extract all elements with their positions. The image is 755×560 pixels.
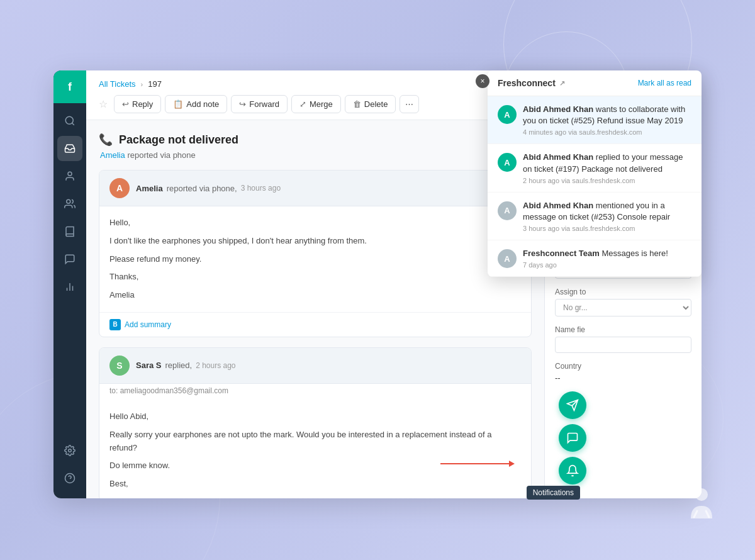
sidebar-item-contacts[interactable] [57, 164, 82, 189]
fc-notif-avatar-4: A [498, 249, 517, 268]
message-body-2: Hello Abid, Really sorry your earphones … [99, 400, 531, 498]
fc-notif-text-1: Abid Ahmed Khan wants to collaborate wit… [523, 104, 691, 126]
reported-via: reported via phone [127, 150, 195, 160]
fc-notif-time-1: 4 minutes ago via sauls.freshdesk.com [523, 128, 691, 136]
ticket-subtitle: Amelia reported via phone [99, 150, 532, 160]
msg2-line2: Really sorry your earphones are not upto… [109, 428, 521, 455]
sidebar-item-inbox[interactable] [57, 136, 82, 161]
message-meta-2: Sara S replied, 2 hours ago [136, 361, 236, 370]
mark-all-read-button[interactable]: Mark all as read [638, 79, 691, 87]
sidebar-item-reports[interactable] [57, 274, 82, 300]
logo-letter: f [68, 81, 72, 94]
message-footer-1: B Add summary [99, 312, 531, 337]
fc-notif-avatar-3: A [498, 201, 517, 220]
msg1-line1: Hello, [109, 216, 521, 230]
fc-notif-content-3: Abid Ahmed Khan mentioned you in a messa… [523, 200, 691, 232]
svg-point-3 [67, 199, 70, 203]
notification-arrow [440, 463, 510, 464]
fc-notif-item-1[interactable]: A Abid Ahmed Khan wants to collaborate w… [488, 96, 702, 144]
delete-button[interactable]: 🗑 Delete [345, 95, 396, 113]
message-body-1: Hello, I don't like the earphones you sh… [99, 206, 531, 312]
fab-send-button[interactable] [559, 391, 586, 419]
assign-to2-label: Assign to [555, 288, 691, 296]
fab-notifications-button[interactable] [559, 457, 586, 484]
msg2-line3: Do lemme know. [109, 459, 521, 473]
svg-point-7 [69, 449, 72, 452]
message1-author: Amelia [136, 184, 163, 193]
msg2-line4: Best, [109, 478, 521, 491]
merge-button[interactable]: ⤢ Merge [291, 95, 341, 113]
svg-point-12 [695, 488, 708, 501]
country-value: -- [555, 373, 691, 383]
add-note-button[interactable]: 📋 Add note [165, 95, 227, 113]
fc-notif-text-4: Freshconnect Team Messages is here! [523, 248, 691, 259]
prop-name-field: Name fie [555, 325, 691, 353]
breadcrumb-ticket-id: 197 [148, 79, 162, 89]
message-card-1: A Amelia reported via phone, 3 hours ago… [99, 170, 532, 337]
star-button[interactable]: ☆ [99, 98, 108, 110]
ticket-title: 📞 Package not delivered [99, 133, 532, 147]
fc-notif-content-2: Abid Ahmed Khan replied to your message … [523, 152, 691, 184]
fc-notif-item-3[interactable]: A Abid Ahmed Khan mentioned you in a mes… [488, 193, 702, 240]
freshconnect-popup: Freshconnect ↗ Mark all as read A Abid A… [488, 70, 702, 277]
message-meta-1: Amelia reported via phone, 3 hours ago [136, 184, 281, 193]
message-to: to: ameliagoodman356@gmail.com [99, 384, 531, 400]
message2-action: replied, [165, 361, 192, 370]
freshconnect-notifications: A Abid Ahmed Khan wants to collaborate w… [488, 96, 702, 277]
assign-to2-select[interactable]: No gr... [555, 299, 691, 316]
name-field-label: Name fie [555, 325, 691, 334]
breadcrumb-all-tickets[interactable]: All Tickets [99, 79, 136, 89]
forward-label: Forward [249, 99, 279, 109]
fab-chat-button[interactable] [559, 424, 586, 452]
sidebar-item-knowledge[interactable] [57, 219, 82, 244]
sidebar-logo[interactable]: f [53, 70, 86, 103]
msg1-line4: Thanks, [109, 271, 521, 284]
msg1-line5: Amelia [109, 289, 521, 302]
fc-notif-content-4: Freshconnect Team Messages is here! 7 da… [523, 248, 691, 269]
add-summary-button[interactable]: B Add summary [109, 319, 171, 330]
message1-time: 3 hours ago [241, 184, 281, 193]
arrow-body [440, 463, 510, 464]
notifications-label: Notifications [533, 488, 574, 497]
arrow-head [509, 461, 515, 467]
message-card-2: S Sara S replied, 2 hours ago to: amelia… [99, 347, 532, 498]
prop-assign-to2: Assign to No gr... [555, 288, 691, 316]
avatar-sara: S [109, 356, 130, 376]
phone-icon: 📞 [99, 133, 113, 147]
reply-label: Reply [132, 99, 153, 109]
delete-icon: 🗑 [353, 99, 361, 109]
fc-notif-avatar-2: A [498, 153, 517, 172]
freshconnect-close-button[interactable]: × [476, 74, 489, 88]
fc-notif-item-2[interactable]: A Abid Ahmed Khan replied to your messag… [488, 144, 702, 192]
reply-button[interactable]: ↩ Reply [114, 95, 161, 113]
sidebar-item-chat[interactable] [57, 247, 82, 272]
fc-notif-item-4[interactable]: A Freshconnect Team Messages is here! 7 … [488, 240, 702, 277]
close-icon: × [480, 77, 484, 86]
avatar-amelia: A [109, 178, 130, 198]
fab-container [559, 391, 586, 484]
add-note-label: Add note [186, 99, 219, 109]
msg1-line2: I don't like the earphones you shipped, … [109, 235, 521, 248]
name-field-input[interactable] [555, 337, 691, 353]
fc-notif-time-4: 7 days ago [523, 261, 691, 269]
notifications-tooltip: Notifications [527, 486, 580, 500]
sidebar-item-help[interactable] [57, 466, 82, 491]
sidebar-item-teams[interactable] [57, 191, 82, 216]
sidebar-bottom [57, 438, 82, 498]
forward-button[interactable]: ↪ Forward [231, 95, 288, 113]
sidebar: f [53, 70, 86, 498]
delete-label: Delete [364, 99, 388, 109]
reporter-name: Amelia [100, 150, 125, 160]
sidebar-item-settings[interactable] [57, 438, 82, 463]
more-button[interactable]: ⋯ [400, 95, 419, 113]
fc-notif-avatar-1: A [498, 105, 517, 124]
msg2-line1: Hello Abid, [109, 410, 521, 423]
add-note-icon: 📋 [173, 99, 183, 109]
message2-time: 2 hours ago [196, 361, 235, 370]
message2-author: Sara S [136, 361, 161, 370]
forward-icon: ↪ [239, 99, 246, 109]
message-header-2: S Sara S replied, 2 hours ago [99, 348, 531, 384]
prop-country: Country -- [555, 362, 691, 383]
sidebar-item-search[interactable] [57, 108, 82, 133]
merge-label: Merge [310, 99, 333, 109]
